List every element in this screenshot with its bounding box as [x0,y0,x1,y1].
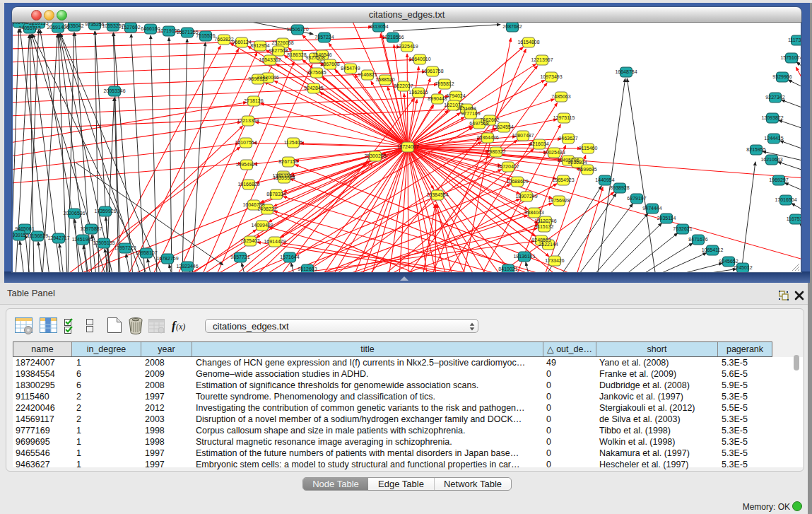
svg-text:1362615: 1362615 [408,90,428,95]
svg-text:20053346: 20053346 [103,88,125,93]
svg-text:8990448: 8990448 [428,96,447,101]
svg-text:12213967: 12213967 [531,57,553,62]
svg-text:1125405: 1125405 [284,140,303,145]
svg-text:15751074: 15751074 [780,55,801,60]
svg-text:9474444: 9474444 [642,206,661,211]
svg-text:8938928: 8938928 [610,185,629,190]
svg-text:8267155: 8267155 [278,159,298,164]
svg-text:17016504: 17016504 [775,197,796,202]
svg-text:16154808: 16154808 [517,40,539,45]
svg-text:8906446: 8906446 [13,23,29,25]
svg-text:10688609: 10688609 [506,179,528,184]
svg-text:12213369: 12213369 [237,118,259,123]
svg-text:7462662: 7462662 [480,117,499,122]
svg-text:12506770: 12506770 [286,27,308,32]
svg-text:1167533: 1167533 [787,216,801,221]
svg-text:9827508: 9827508 [269,48,288,53]
svg-text:10973493: 10973493 [540,74,562,79]
svg-text:9465061: 9465061 [15,226,34,231]
svg-text:12505135: 12505135 [93,240,114,245]
svg-text:13325419: 13325419 [396,44,418,49]
svg-text:10654112: 10654112 [702,247,724,252]
svg-text:6216034: 6216034 [529,141,548,146]
svg-text:9660124: 9660124 [232,40,251,45]
svg-text:2269133: 2269133 [29,23,48,25]
svg-text:25300295: 25300295 [364,153,386,158]
svg-text:14055713: 14055713 [18,25,40,30]
svg-text:17957223: 17957223 [114,245,136,250]
svg-text:1969297: 1969297 [769,177,788,182]
svg-text:1117320: 1117320 [788,37,801,42]
svg-text:7857224: 7857224 [314,35,334,40]
svg-text:11451945: 11451945 [72,237,94,242]
svg-text:9699695: 9699695 [577,167,596,172]
svg-text:8813054: 8813054 [369,24,388,29]
svg-text:7955812: 7955812 [435,81,454,86]
svg-text:9384043: 9384043 [524,210,543,215]
svg-text:15720407: 15720407 [497,164,519,169]
svg-text:8912954: 8912954 [250,43,269,48]
svg-text:9227342: 9227342 [765,95,784,100]
svg-text:9857721: 9857721 [230,255,249,259]
svg-text:14099489: 14099489 [251,223,273,228]
svg-text:9115460: 9115460 [579,146,598,151]
svg-text:16543362: 16543362 [259,57,281,62]
svg-text:1835042: 1835042 [64,23,83,28]
svg-text:3875685: 3875685 [307,70,326,75]
svg-text:13353594: 13353594 [273,175,295,180]
svg-text:12942717: 12942717 [47,235,69,240]
svg-text:9245652: 9245652 [719,259,738,264]
svg-text:8878334: 8878334 [266,192,286,197]
svg-text:19384554: 19384554 [426,192,448,197]
svg-text:19756928: 19756928 [548,198,570,203]
svg-text:8186328: 8186328 [287,52,306,57]
svg-text:1244415: 1244415 [764,136,783,141]
svg-text:9115132: 9115132 [535,224,554,229]
svg-text:9146821: 9146821 [358,72,377,77]
svg-text:8822037: 8822037 [394,83,413,88]
svg-text:9612683: 9612683 [298,267,317,271]
svg-text:16107554: 16107554 [235,140,257,145]
svg-text:18724007: 18724007 [396,144,418,149]
svg-text:8215955: 8215955 [746,147,765,152]
svg-text:7245012: 7245012 [733,265,752,270]
svg-text:16120746: 16120746 [534,218,556,223]
svg-text:12923446: 12923446 [176,264,198,269]
svg-text:6879197: 6879197 [627,196,646,201]
svg-text:10975887: 10975887 [80,226,102,231]
svg-text:8471676: 8471676 [688,237,707,242]
svg-text:9242845: 9242845 [304,86,323,90]
svg-text:20206536: 20206536 [63,211,85,216]
svg-text:6794024: 6794024 [446,93,465,98]
svg-text:9777169: 9777169 [461,111,480,116]
svg-text:1546546: 1546546 [312,52,331,57]
svg-text:7632621: 7632621 [673,226,692,231]
svg-text:16210643: 16210643 [760,157,782,162]
svg-text:18907249: 18907249 [515,194,537,199]
svg-text:20364436: 20364436 [476,135,498,140]
svg-text:8410021: 8410021 [498,267,517,271]
svg-text:1733426: 1733426 [545,258,564,263]
svg-text:1571644: 1571644 [280,255,299,259]
svg-text:8454749: 8454749 [341,66,360,71]
svg-text:2522144: 2522144 [539,242,558,247]
svg-text:1440954: 1440954 [595,177,614,182]
svg-text:10958107: 10958107 [135,250,157,255]
svg-text:2867608: 2867608 [320,62,339,66]
svg-text:23226058: 23226058 [271,40,293,45]
svg-text:18136141: 18136141 [513,254,535,259]
svg-text:10954921: 10954921 [235,162,257,167]
svg-text:10025433: 10025433 [543,150,565,155]
svg-text:9463627: 9463627 [558,136,577,141]
svg-text:11156829: 11156829 [27,233,48,238]
svg-text:2451059: 2451059 [457,106,476,111]
svg-text:19654923: 19654923 [552,177,574,182]
svg-text:16671355: 16671355 [176,30,198,35]
svg-text:19218566: 19218566 [382,35,404,40]
svg-text:1498222: 1498222 [257,206,276,211]
svg-text:16648784: 16648784 [615,69,637,74]
svg-text:19166829: 19166829 [237,182,259,187]
svg-text:7515526: 7515526 [196,33,215,38]
svg-text:1527602: 1527602 [121,25,140,30]
svg-text:12975115: 12975115 [553,115,575,120]
